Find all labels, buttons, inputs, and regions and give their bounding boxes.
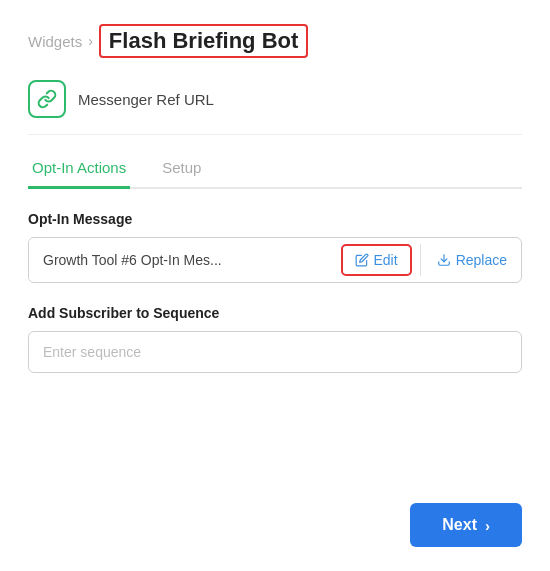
replace-icon — [437, 253, 451, 267]
opt-in-message-section: Opt-In Message Growth Tool #6 Opt-In Mes… — [28, 211, 522, 305]
tabs-row: Opt-In Actions Setup — [28, 159, 522, 189]
next-button-label: Next — [442, 516, 477, 534]
sequence-input[interactable] — [28, 331, 522, 373]
breadcrumb: Widgets › Flash Briefing Bot — [28, 24, 522, 58]
breadcrumb-widgets[interactable]: Widgets — [28, 33, 82, 50]
next-button[interactable]: Next › — [410, 503, 522, 547]
page-title-box: Flash Briefing Bot — [99, 24, 308, 58]
breadcrumb-chevron: › — [88, 33, 93, 49]
message-field-row: Growth Tool #6 Opt-In Mes... Edit Replac… — [28, 237, 522, 283]
edit-button[interactable]: Edit — [341, 244, 412, 276]
sequence-section-label: Add Subscriber to Sequence — [28, 305, 522, 321]
link-icon-box — [28, 80, 66, 118]
message-value: Growth Tool #6 Opt-In Mes... — [29, 240, 341, 280]
replace-button-label: Replace — [456, 252, 507, 268]
edit-button-label: Edit — [374, 252, 398, 268]
replace-button[interactable]: Replace — [423, 244, 521, 276]
edit-icon — [355, 253, 369, 267]
chevron-right-icon: › — [485, 517, 490, 534]
page-container: Widgets › Flash Briefing Bot Messenger R… — [0, 0, 550, 571]
link-icon — [37, 89, 57, 109]
page-title: Flash Briefing Bot — [109, 28, 298, 53]
messenger-ref-url-label: Messenger Ref URL — [78, 91, 214, 108]
divider — [420, 244, 421, 276]
actions-row: Next › — [28, 503, 522, 547]
icon-row: Messenger Ref URL — [28, 80, 522, 135]
sequence-section: Add Subscriber to Sequence — [28, 305, 522, 401]
tab-opt-in-actions[interactable]: Opt-In Actions — [28, 159, 130, 189]
opt-in-message-label: Opt-In Message — [28, 211, 522, 227]
tab-setup[interactable]: Setup — [158, 159, 205, 189]
